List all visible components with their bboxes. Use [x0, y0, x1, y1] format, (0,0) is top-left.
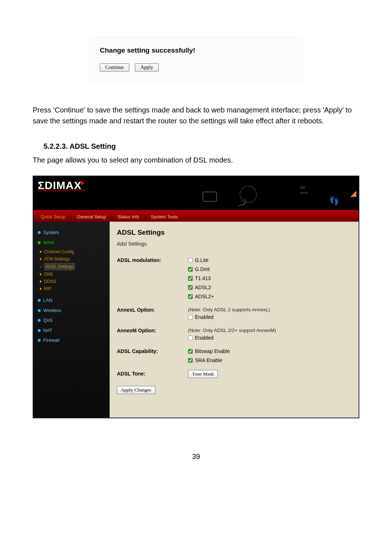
checkbox-sra[interactable]: SRA Enable	[188, 357, 351, 364]
router-body: System WAN Channel Config ATM Settings A…	[33, 222, 359, 418]
sidebar-item-wireless[interactable]: Wireless	[37, 305, 106, 316]
bullet-icon	[38, 241, 41, 244]
panel-subtitle: Adsl Settings.	[117, 240, 351, 248]
sidebar-item-system[interactable]: System	[37, 227, 106, 238]
people-icon: ○–○	[300, 184, 308, 196]
sidebar-item-firewall[interactable]: Firewall	[37, 335, 106, 345]
arrow-icon	[40, 273, 42, 276]
tab-general-setup[interactable]: General Setup	[73, 212, 111, 222]
tab-status-info[interactable]: Status Info	[113, 212, 144, 222]
nav-tabs: Quick Setup| General Setup| Status Info|…	[33, 210, 359, 222]
continue-button[interactable]: Continue	[100, 63, 129, 71]
apply-row: Apply Changes	[117, 386, 351, 394]
bullet-icon	[38, 231, 41, 234]
person-icon: ◢	[350, 187, 356, 199]
field-adsl-modulation: ADSL modulation: G.Lite G.Dmt T1.413 ADS…	[117, 254, 351, 304]
panel-title: ADSL Settings	[117, 227, 351, 238]
checkbox-gdmt[interactable]: G.Dmt	[188, 266, 351, 273]
router-ui-screenshot: ΣDIMAX NETWORKING PEOPLE TOGETHER ○–○ 👣 …	[33, 176, 359, 419]
apply-changes-button[interactable]: Apply Changes	[117, 386, 155, 394]
apply-button[interactable]: Apply	[135, 63, 159, 71]
checkbox-glite[interactable]: G.Lite	[188, 257, 351, 264]
bullet-icon	[38, 309, 41, 312]
sidebar-item-qos[interactable]: QoS	[37, 315, 106, 325]
bullet-icon	[38, 339, 41, 342]
sidebar-item-lan[interactable]: LAN	[37, 295, 106, 305]
logo-dot-icon	[81, 181, 84, 185]
tab-system-tools[interactable]: System Tools	[146, 212, 182, 222]
checkbox-annexm-enabled[interactable]: Enabled	[188, 334, 351, 342]
sidebar-item-dns[interactable]: DNS	[40, 271, 106, 278]
annexm-label: AnnexM Option:	[117, 327, 188, 343]
arrow-icon	[40, 250, 42, 253]
router-header: ΣDIMAX NETWORKING PEOPLE TOGETHER ○–○ 👣 …	[33, 176, 359, 210]
sidebar: System WAN Channel Config ATM Settings A…	[33, 222, 110, 418]
section-intro: The page allows you to select any combin…	[33, 155, 359, 165]
tab-quick-setup[interactable]: Quick Setup	[36, 212, 70, 222]
dialog-title: Change setting successfully!	[100, 45, 292, 56]
field-tone: ADSL Tone: Tone Mask	[117, 368, 351, 380]
annexl-note: (Note: Only ADSL 2 supports AnnexL)	[188, 306, 351, 313]
success-dialog: Change setting successfully! Continue Ap…	[89, 36, 303, 83]
tone-mask-button[interactable]: Tone Mask	[188, 370, 218, 378]
checkbox-annexl-enabled[interactable]: Enabled	[188, 313, 351, 321]
checkbox-bitswap[interactable]: Bitswap Enable	[188, 348, 351, 355]
arrow-icon	[40, 266, 42, 267]
sidebar-item-rip[interactable]: RIP	[40, 285, 106, 292]
checkbox-adsl2[interactable]: ADSL2	[188, 284, 351, 291]
field-annexm: AnnexM Option: (Note: Only ADSL 2/2+ sup…	[117, 325, 351, 345]
arrow-icon	[40, 258, 42, 260]
sidebar-item-adsl-settings[interactable]: ADSL Settings	[40, 263, 106, 271]
page-number: 39	[33, 451, 359, 462]
content-panel: ADSL Settings Adsl Settings. ADSL modula…	[110, 222, 359, 418]
sidebar-item-ddns[interactable]: DDNS	[40, 278, 106, 285]
bullet-icon	[38, 319, 41, 322]
bullet-icon	[38, 299, 41, 302]
wan-submenu: Channel Config ATM Settings ADSL Setting…	[40, 248, 106, 292]
bullet-icon	[38, 329, 41, 332]
sidebar-item-channel-config[interactable]: Channel Config	[40, 248, 106, 255]
arrow-icon	[40, 287, 42, 290]
field-capability: ADSL Capability: Bitswap Enable SRA Enab…	[117, 345, 351, 368]
arrow-icon	[40, 280, 42, 283]
modulation-label: ADSL modulation:	[117, 257, 188, 302]
annexl-label: AnnexL Option:	[117, 306, 188, 323]
smiley-icon	[240, 186, 257, 203]
sidebar-item-wan[interactable]: WAN	[37, 238, 106, 248]
sidebar-item-nat[interactable]: NAT	[37, 325, 106, 336]
tone-label: ADSL Tone:	[117, 370, 188, 378]
footprint-icon: 👣	[329, 195, 339, 207]
checkbox-t1413[interactable]: T1.413	[188, 275, 351, 282]
capability-label: ADSL Capability:	[117, 348, 188, 366]
field-annexl: AnnexL Option: (Note: Only ADSL 2 suppor…	[117, 304, 351, 325]
sidebar-item-atm-settings[interactable]: ATM Settings	[40, 255, 106, 263]
paragraph-continue-apply: Press 'Continue' to save the settings ma…	[33, 104, 359, 126]
section-heading: 5.2.2.3. ADSL Setting	[44, 141, 359, 152]
annexm-note: (Note: Only ADSL 2/2+ support AnnexM)	[188, 327, 351, 334]
folder-icon	[203, 192, 217, 202]
checkbox-adsl2plus[interactable]: ADSL2+	[188, 293, 351, 300]
